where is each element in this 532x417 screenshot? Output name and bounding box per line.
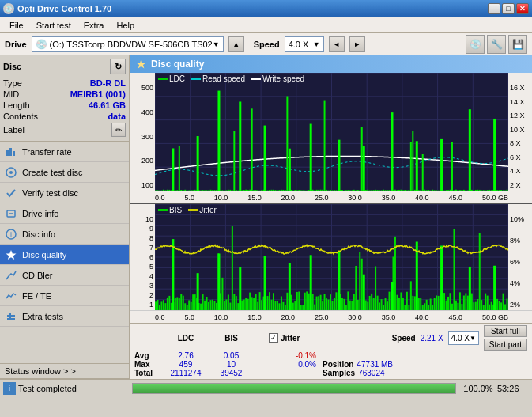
title-bar: 💿 Opti Drive Control 1.70 ─ □ ✕ [0,0,532,17]
disc-info-icon: i [5,228,17,241]
minimize-button[interactable]: ─ [488,3,500,14]
nav-create-test-disc-label: Create test disc [22,168,82,177]
total-ldc: 2111274 [162,369,209,377]
start-part-button[interactable]: Start part [484,339,527,351]
start-full-button[interactable]: Start full [484,325,527,337]
disc-header-label: Disc [3,62,21,71]
stats-max-row: Max 459 10 0.0% Position 47731 MB [134,360,527,369]
top-chart-container: 500 400 300 200 100 LDC [130,73,532,204]
top-chart-canvas [155,73,508,191]
status-icon: i [3,382,16,395]
jitter-checkbox[interactable]: ✓ [269,333,278,343]
nav-transfer-rate[interactable]: Transfer rate [0,142,129,162]
nav-create-test-disc[interactable]: Create test disc [0,162,129,183]
disc-label-row: Label ✏ [3,122,126,138]
speed-left-button[interactable]: ◄ [329,36,345,52]
drive-select[interactable]: 💿 (O:) TSSTcorp BDDVDW SE-506CB TS02 ▼ [32,36,224,52]
svg-text:i: i [10,231,12,239]
bottom-chart-inner: 10 9 8 7 6 5 4 3 2 1 [130,204,532,310]
menu-start-test[interactable]: Start test [30,19,77,32]
ldc-legend: LDC [158,74,185,83]
menu-help[interactable]: Help [110,19,141,32]
position-label: Position [323,360,353,369]
nav-disc-quality-label: Disc quality [22,250,66,260]
top-chart-main: LDC Read speed Write speed [155,73,508,191]
disc-icon-button[interactable]: 💿 [466,35,485,54]
bottom-chart-x-labels: 0.0 5.0 10.0 15.0 20.0 25.0 30.0 35.0 40… [155,313,508,321]
nav-verify-test-disc[interactable]: Verify test disc [0,183,129,203]
nav-cd-bler[interactable]: CD Bler [0,265,129,286]
status-bar: i Test completed 100.0% 53:26 [0,379,532,396]
maximize-button[interactable]: □ [502,3,515,14]
svg-marker-9 [6,250,17,260]
test-completed-label: Test completed [18,384,77,393]
nav-drive-info-label: Drive info [22,209,58,218]
fe-te-icon [5,290,17,302]
nav-disc-info[interactable]: i Disc info [0,224,129,245]
bis-legend: BIS [158,206,182,214]
samples-area: Samples 763024 [323,369,385,377]
save-icon-button[interactable]: 💾 [508,35,527,54]
drive-eject-button[interactable]: ▲ [228,36,244,52]
jitter-col-header: ✓ Jitter [269,333,300,343]
create-test-disc-icon [5,166,17,179]
max-bis: 10 [209,360,253,369]
speed-value-display: 2.21 X [421,334,443,343]
info-icon-button[interactable]: 🔧 [487,35,506,54]
nav-verify-test-disc-label: Verify test disc [22,188,78,198]
disc-contents-key: Contents [3,112,38,121]
nav-drive-info[interactable]: Drive info [0,203,129,224]
jitter-legend-color [188,209,198,211]
jitter-legend-label: Jitter [199,206,217,214]
sidebar: Disc ↻ Type BD-R DL MID MEIRB1 (001) Len… [0,55,130,379]
disc-label-key: Label [3,125,25,135]
disc-label-edit-button[interactable]: ✏ [111,123,126,137]
disc-type-row: Type BD-R DL [3,78,126,89]
drive-select-value: (O:) TSSTcorp BDDVDW SE-506CB TS02 [50,40,213,49]
read-speed-legend-color [191,78,201,80]
title-bar-left: 💿 Opti Drive Control 1.70 [3,3,111,14]
max-jitter: 0.0% [269,360,316,369]
nav-disc-quality[interactable]: Disc quality [0,245,129,265]
charts-area: 500 400 300 200 100 LDC [130,73,532,323]
nav-fe-te[interactable]: FE / TE [0,286,129,306]
status-window-label: Status window > > [5,366,76,376]
disc-length-val: 46.61 GB [89,100,126,110]
disc-refresh-button[interactable]: ↻ [110,59,126,74]
speed-label: Speed [254,40,280,49]
speed-right-button[interactable]: ► [349,36,365,52]
menu-file[interactable]: File [3,19,30,32]
main-content: Disc ↻ Type BD-R DL MID MEIRB1 (001) Len… [0,55,532,379]
speed-select[interactable]: 4.0 X ▼ [285,36,324,52]
bottom-chart-container: 10 9 8 7 6 5 4 3 2 1 [130,204,532,323]
speed-area: Speed 2.21 X 4.0 X ▼ Start full Start pa… [392,325,527,351]
stats-avg-row: Avg 2.76 0.05 -0.1% [134,351,527,360]
stats-bar: LDC BIS ✓ Jitter Speed 2.21 X 4.0 X ▼ St… [130,323,532,379]
max-ldc: 459 [162,360,209,369]
chart-title-bar: ★ Disc quality [130,55,532,73]
position-area: Position 47731 MB [323,360,393,369]
disc-length-key: Length [3,100,30,110]
top-chart-x-axis: 0.0 5.0 10.0 15.0 20.0 25.0 30.0 35.0 40… [130,191,532,203]
bottom-chart-canvas [155,204,508,310]
stats-speed-select[interactable]: 4.0 X ▼ [448,331,479,345]
speed-col-header: Speed [392,334,416,343]
avg-label: Avg [134,351,162,360]
nav-extra-tests[interactable]: Extra tests [0,306,129,327]
svg-point-4 [9,171,13,174]
title-bar-buttons: ─ □ ✕ [488,3,529,14]
progress-percent: 100.0% [462,384,494,393]
status-window-button[interactable]: Status window > > [0,363,129,379]
start-buttons: Start full Start part [484,325,527,351]
status-left: i Test completed [3,382,126,395]
drive-label: Drive [5,40,27,49]
close-button[interactable]: ✕ [516,3,529,14]
drive-info-icon [5,207,17,220]
top-chart-legend: LDC Read speed Write speed [158,74,304,83]
menu-extra[interactable]: Extra [77,19,111,32]
svg-rect-2 [13,151,15,156]
bis-legend-color [158,209,168,211]
disc-mid-key: MID [3,89,19,99]
top-chart-inner: 500 400 300 200 100 LDC [130,73,532,191]
nav-cd-bler-label: CD Bler [22,271,53,280]
